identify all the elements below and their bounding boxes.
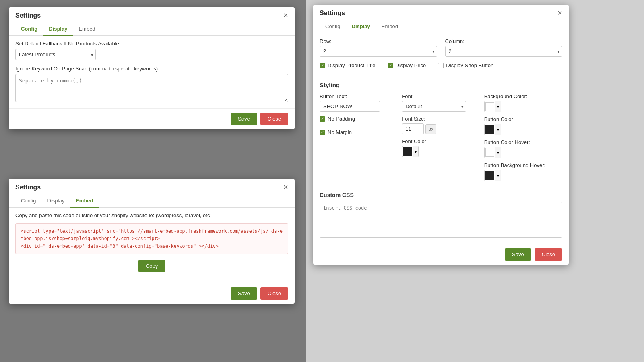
display-shop-button-label: Display Shop Button: [446, 62, 493, 68]
code-line2: <div id="fds-embed-app" data-id="3" data…: [21, 243, 219, 249]
button-bg-hover-arrow[interactable]: ▾: [495, 170, 501, 181]
font-color-arrow[interactable]: ▾: [413, 146, 418, 157]
display-product-title-checkbox[interactable]: ✓: [320, 63, 325, 68]
button-color-hover-label: Button Color Hover:: [484, 139, 562, 145]
modal2-close-icon[interactable]: ✕: [283, 184, 288, 191]
settings-modal-config: Settings ✕ Config Display Embed Set Defa…: [9, 7, 295, 129]
row-label: Row:: [320, 38, 437, 44]
modal3-close-icon[interactable]: ✕: [557, 10, 562, 16]
modal1-tab-config[interactable]: Config: [15, 23, 43, 36]
button-color-swatch: [485, 125, 494, 134]
bg-color-arrow[interactable]: ▾: [495, 101, 501, 112]
display-product-title-label: Display Product Title: [328, 62, 376, 68]
modal2-save-button[interactable]: Save: [231, 287, 257, 300]
fallback-select[interactable]: Latest Products: [15, 49, 96, 60]
font-size-label: Font Size:: [402, 116, 480, 122]
button-hover-arrow[interactable]: ▾: [495, 147, 501, 158]
modal3-tab-config[interactable]: Config: [320, 20, 346, 33]
modal3-tab-embed[interactable]: Embed: [376, 20, 404, 33]
modal2-close-button[interactable]: Close: [260, 287, 288, 300]
row-select[interactable]: 2: [320, 46, 437, 57]
no-padding-label: No Padding: [328, 116, 355, 122]
button-color-arrow[interactable]: ▾: [495, 124, 501, 135]
styling-title: Styling: [320, 80, 562, 88]
font-color-label: Font Color:: [402, 138, 480, 144]
modal2-title: Settings: [15, 184, 41, 191]
column-select[interactable]: 2: [445, 46, 563, 57]
code-line1: <script type="text/javascript" src="http…: [21, 228, 283, 241]
modal1-save-button[interactable]: Save: [231, 113, 257, 125]
display-price-checkbox[interactable]: ✓: [388, 63, 393, 68]
font-size-unit: px: [425, 124, 436, 134]
button-hover-color-picker[interactable]: ▾: [484, 147, 501, 158]
modal2-tab-config[interactable]: Config: [15, 194, 42, 208]
modal2-tabs: Config Display Embed: [9, 194, 295, 208]
copy-button[interactable]: Copy: [138, 260, 165, 272]
button-color-picker[interactable]: ▾: [484, 124, 501, 135]
display-price-label: Display Price: [396, 62, 426, 68]
settings-modal-display: Settings ✕ Config Display Embed Row: 2 C…: [313, 5, 569, 265]
modal2-tab-display[interactable]: Display: [42, 194, 70, 208]
settings-modal-embed: Settings ✕ Config Display Embed Copy and…: [9, 179, 295, 304]
modal2-tab-embed[interactable]: Embed: [70, 194, 99, 208]
custom-css-textarea[interactable]: [320, 202, 562, 238]
fallback-label: Set Default Fallback If No Products Avai…: [15, 41, 288, 47]
modal3-tab-display[interactable]: Display: [346, 20, 376, 33]
modal3-title: Settings: [320, 10, 345, 17]
display-shop-button-checkbox[interactable]: [438, 63, 444, 68]
modal1-tab-display[interactable]: Display: [43, 23, 73, 36]
bg-color-picker[interactable]: ▾: [484, 101, 501, 112]
column-label: Column:: [445, 38, 563, 44]
bg-color-label: Background Color:: [484, 93, 562, 99]
button-text-input[interactable]: [320, 101, 380, 112]
button-bg-hover-label: Button Background Hover:: [484, 162, 562, 168]
button-text-label: Button Text:: [320, 93, 398, 99]
font-select[interactable]: Default Arial Georgia Verdana: [402, 101, 466, 112]
font-label: Font:: [402, 93, 480, 99]
modal1-close-icon[interactable]: ✕: [283, 12, 288, 19]
modal1-title: Settings: [15, 12, 41, 19]
no-margin-label: No Margin: [328, 129, 352, 135]
modal3-save-button[interactable]: Save: [505, 248, 531, 261]
keyword-textarea[interactable]: [15, 74, 288, 102]
button-hover-swatch: [485, 148, 494, 157]
font-color-swatch: [403, 147, 412, 156]
custom-css-title: Custom CSS: [320, 190, 562, 198]
keyword-label: Ignore Keyword On Page Scan (comma to sp…: [15, 66, 288, 72]
modal1-close-button[interactable]: Close: [260, 113, 288, 125]
font-size-input[interactable]: [402, 123, 424, 134]
modal3-tabs: Config Display Embed: [313, 20, 569, 33]
button-bg-hover-picker[interactable]: ▾: [484, 170, 501, 181]
embed-instruction: Copy and paste this code outside of your…: [15, 212, 288, 218]
bg-color-swatch: [485, 102, 494, 111]
font-color-picker[interactable]: ▾: [402, 146, 419, 157]
no-margin-checkbox[interactable]: ✓: [320, 130, 325, 135]
modal3-close-button[interactable]: Close: [535, 248, 562, 261]
no-padding-checkbox[interactable]: ✓: [320, 116, 325, 122]
button-bg-hover-swatch: [485, 171, 494, 180]
modal1-tabs: Config Display Embed: [9, 23, 295, 36]
button-color-label: Button Color:: [484, 116, 562, 122]
modal1-tab-embed[interactable]: Embed: [73, 23, 101, 36]
embed-code-block: <script type="text/javascript" src="http…: [15, 223, 288, 254]
